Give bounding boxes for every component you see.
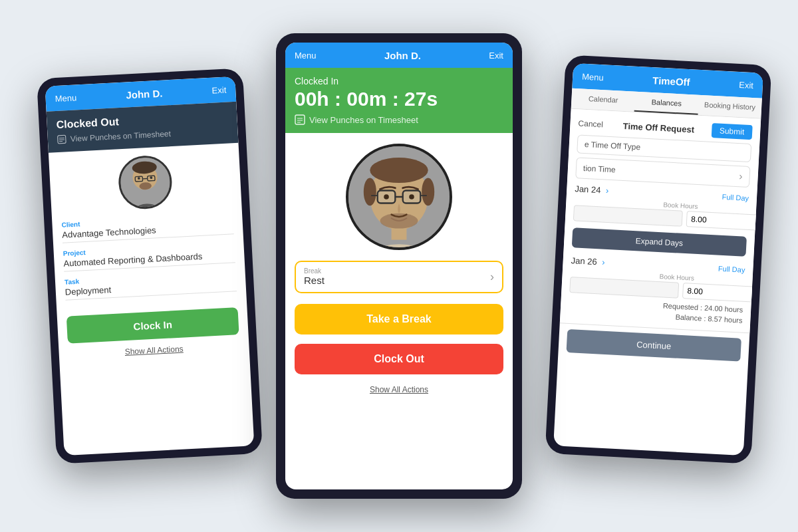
break-value: Rest — [304, 275, 325, 286]
svg-point-32 — [380, 213, 418, 229]
left-fields: Client Advantage Technologies Project Au… — [52, 212, 249, 360]
take-break-button[interactable]: Take a Break — [295, 304, 503, 334]
left-avatar — [117, 154, 173, 210]
svg-point-31 — [409, 194, 414, 200]
center-clocked-in-label: Clocked In — [295, 76, 503, 86]
center-exit-label[interactable]: Exit — [489, 51, 503, 61]
expand-days-button[interactable]: Expand Days — [572, 227, 747, 257]
option-chevron-icon: › — [739, 170, 743, 182]
client-field-group: Client Advantage Technologies — [61, 212, 233, 243]
clock-out-button[interactable]: Clock Out — [295, 344, 503, 374]
center-header-title: John D. — [384, 50, 421, 61]
right-form-content: Cancel Time Off Request Submit e Time Of… — [560, 109, 761, 333]
form-title: Time Off Request — [622, 120, 694, 134]
right-menu-label[interactable]: Menu — [582, 71, 604, 82]
left-tablet-screen: Menu John D. Exit Clocked Out View Punch… — [45, 76, 255, 456]
option-label: tion Time — [583, 164, 616, 175]
left-timesheet-text: View Punches on Timesheet — [70, 129, 171, 144]
date2-label: Jan 26 › — [571, 255, 605, 267]
scene: Menu John D. Exit Clocked Out View Punch… — [0, 0, 798, 532]
break-selector[interactable]: Break Rest › — [295, 261, 503, 293]
center-person-svg — [348, 146, 450, 247]
center-avatar-container — [285, 144, 513, 250]
timesheet-icon — [57, 134, 67, 144]
center-timesheet-icon — [295, 114, 305, 125]
project-field-group: Project Automated Reporting & Dashboards — [63, 241, 235, 271]
svg-point-24 — [422, 178, 434, 206]
left-avatar-container — [49, 151, 242, 214]
break-label: Break — [304, 267, 325, 275]
left-show-all-actions[interactable]: Show All Actions — [68, 341, 239, 359]
cancel-button[interactable]: Cancel — [578, 118, 603, 129]
tab-booking-history[interactable]: Booking History — [698, 95, 762, 118]
center-avatar — [346, 144, 452, 250]
left-person-svg — [120, 156, 172, 208]
hours-input-2b[interactable] — [682, 283, 763, 305]
svg-point-30 — [384, 194, 389, 200]
center-show-all-actions[interactable]: Show All Actions — [285, 385, 513, 394]
full-day-1[interactable]: Full Day — [722, 192, 749, 201]
continue-button[interactable]: Continue — [566, 329, 741, 362]
option-field[interactable]: tion Time › — [575, 157, 750, 188]
task-field-group: Task Deployment — [65, 269, 237, 300]
center-status-bar: Clocked In 00h : 00m : 27s View Punches … — [285, 68, 513, 133]
svg-point-23 — [364, 178, 376, 206]
center-header: Menu John D. Exit — [285, 43, 513, 68]
break-chevron-icon: › — [490, 270, 494, 284]
left-exit-label[interactable]: Exit — [211, 84, 226, 95]
right-tablet-screen: Menu TimeOff Exit Calendar Balances Book… — [553, 63, 763, 456]
left-menu-label[interactable]: Menu — [55, 92, 76, 104]
type-placeholder: e Time Off Type — [585, 140, 641, 152]
right-tablet: Menu TimeOff Exit Calendar Balances Book… — [545, 55, 772, 464]
left-tablet: Menu John D. Exit Clocked Out View Punch… — [37, 68, 263, 464]
right-exit-label[interactable]: Exit — [739, 79, 753, 90]
tab-calendar[interactable]: Calendar — [571, 88, 636, 112]
hours-input-1b[interactable] — [686, 211, 763, 233]
center-tablet: Menu John D. Exit Clocked In 00h : 00m :… — [276, 33, 522, 499]
date2-chevron-icon: › — [602, 257, 605, 267]
date1-label: Jan 24 › — [575, 184, 609, 196]
clock-in-button[interactable]: Clock In — [66, 307, 239, 343]
right-header-title: TimeOff — [652, 74, 690, 88]
svg-point-22 — [370, 158, 428, 183]
center-menu-label[interactable]: Menu — [295, 51, 317, 61]
center-timesheet-text: View Punches on Timesheet — [309, 115, 418, 125]
center-timer: 00h : 00m : 27s — [295, 88, 503, 110]
center-timesheet-link[interactable]: View Punches on Timesheet — [295, 114, 503, 125]
date1-chevron-icon: › — [606, 186, 609, 196]
left-header-title: John D. — [126, 87, 163, 100]
submit-button[interactable]: Submit — [711, 123, 752, 140]
svg-point-19 — [358, 244, 440, 247]
svg-rect-14 — [295, 115, 305, 124]
full-day-2[interactable]: Full Day — [718, 264, 745, 273]
center-tablet-screen: Menu John D. Exit Clocked In 00h : 00m :… — [285, 43, 513, 489]
tab-balances[interactable]: Balances — [634, 92, 699, 115]
break-info: Break Rest — [304, 267, 325, 287]
